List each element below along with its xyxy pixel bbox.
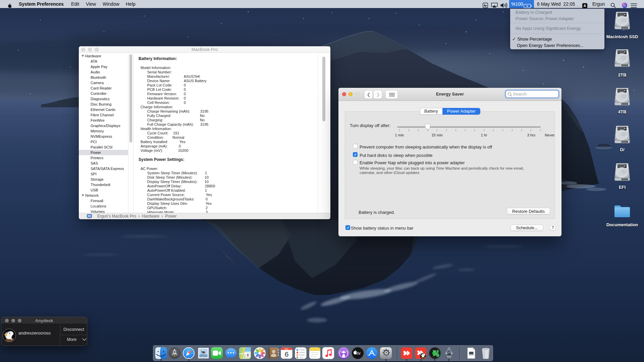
svg-text:tv: tv: [357, 351, 361, 356]
svg-text:A: A: [584, 4, 586, 8]
svg-text:6: 6: [285, 350, 289, 358]
svg-text:MAY: MAY: [285, 348, 289, 350]
svg-text:CHIP: CHIP: [447, 354, 450, 356]
